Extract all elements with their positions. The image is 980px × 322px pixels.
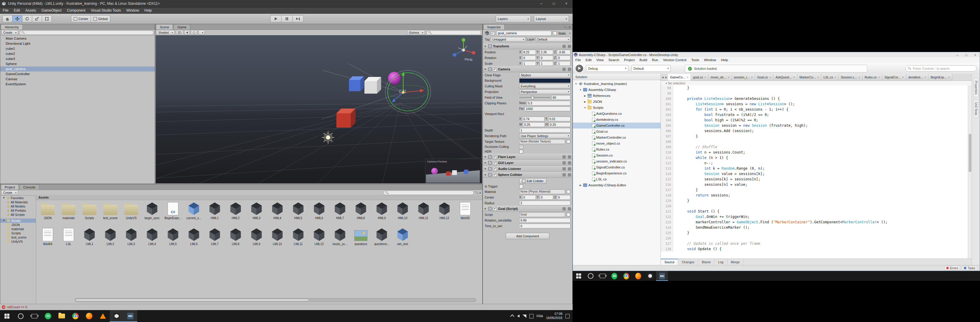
menu-project[interactable]: Project	[622, 57, 637, 63]
foldout-icon[interactable]: ▼	[484, 168, 487, 170]
taskbar-button-firefox[interactable]	[82, 310, 96, 322]
horizontal-scrollbar[interactable]	[75, 298, 476, 302]
scene-search-input[interactable]	[426, 30, 481, 35]
language-indicator[interactable]: FRA	[536, 314, 543, 318]
asset-scripts[interactable]: Scripts	[80, 201, 99, 220]
taskbar-button-task-view[interactable]	[597, 271, 608, 281]
code-line[interactable]: 127 // Update is called once per frame	[661, 241, 972, 246]
checkbox[interactable]: ✓	[493, 207, 497, 211]
code-line[interactable]: 126	[661, 236, 972, 241]
solution-item-lsl-cs[interactable]: LSL.cs	[573, 176, 660, 182]
close-tab-icon[interactable]: ×	[924, 76, 926, 79]
menu-tools[interactable]: Tools	[689, 57, 702, 63]
taskbar-button-search[interactable]	[14, 310, 27, 322]
foldout-icon[interactable]: ▼	[484, 162, 487, 164]
number-field[interactable]: 0.25	[549, 122, 571, 127]
code-line[interactable]: 116 sessions[n] = value;	[661, 182, 972, 187]
foldout-icon[interactable]: ▼	[579, 89, 582, 91]
view-tab-blame[interactable]: Blame	[698, 259, 714, 265]
red-cube[interactable]	[336, 108, 355, 128]
number-field[interactable]: 0	[519, 224, 571, 228]
step-button[interactable]	[293, 15, 304, 22]
color-swatch[interactable]	[519, 78, 571, 83]
code-line[interactable]: 109 // Shuffle	[661, 144, 972, 150]
close-tab-icon[interactable]: ×	[728, 76, 729, 79]
hierarchy-item-directional-light[interactable]: Directional Light	[0, 41, 155, 46]
volume-icon[interactable]	[517, 314, 520, 317]
scale-tool-button[interactable]	[32, 15, 42, 22]
close-tab-icon[interactable]: ×	[902, 76, 904, 79]
hierarchy-item-main-camera[interactable]: Main Camera	[0, 36, 155, 41]
panel-menu-icon[interactable]: ≡	[569, 25, 571, 29]
asset-test-scene[interactable]: test_scene	[101, 201, 119, 220]
close-tab-icon[interactable]: ×	[817, 76, 819, 79]
checkbox[interactable]: ✓	[519, 145, 523, 149]
code-line[interactable]: 118 return sessions;	[661, 193, 972, 198]
asset-music-sc[interactable]: music_sc...	[331, 227, 349, 246]
asset-hml11[interactable]: HML11	[414, 201, 433, 220]
panel-menu-icon[interactable]: ≡	[479, 191, 481, 194]
close-tab-icon[interactable]: ×	[948, 76, 950, 79]
magenta-sphere[interactable]	[388, 72, 401, 84]
close-tab-icon[interactable]: ×	[751, 76, 753, 79]
taskbar-button-spotify[interactable]	[41, 310, 55, 322]
object-field[interactable]: None (Physic Material)	[519, 189, 565, 194]
asset-hml2[interactable]: HML2	[226, 201, 245, 220]
editor-tab-rules-cs[interactable]: Rules.cs×	[862, 74, 882, 81]
asset-liblsl64[interactable]: liblsl64	[38, 227, 57, 246]
checkbox[interactable]: ✓	[493, 173, 497, 177]
menu-visual-studio-tools[interactable]: Visual Studio Tools	[88, 8, 124, 13]
asset-lml7[interactable]: LML7	[205, 227, 224, 246]
dropdown[interactable]: Perspective▾	[519, 89, 571, 94]
component-header-audio-listener[interactable]: ▼✓Audio Listener	[483, 166, 572, 172]
view-tab-changes[interactable]: Changes	[678, 259, 698, 265]
favorites-root[interactable]: ▼ Favorites	[0, 196, 36, 200]
dropdown[interactable]: Skybox▾	[519, 73, 571, 78]
code-line[interactable]: 106 sessions.Add (session);	[661, 128, 972, 133]
checkbox[interactable]	[519, 150, 523, 154]
hierarchy-item-cube2[interactable]: cube2	[0, 51, 155, 56]
code-line[interactable]: 104 bool high = (i%4)%2 == 0;	[661, 117, 972, 123]
code-line[interactable]: 105 Session session = new Session (frust…	[661, 123, 972, 128]
solution-item-goal-cs[interactable]: Goal.cs	[573, 128, 660, 135]
asset-materials[interactable]: materials	[59, 201, 78, 220]
project-search-input[interactable]	[383, 190, 474, 195]
help-icon[interactable]	[562, 161, 566, 165]
hierarchy-search-input[interactable]	[19, 30, 154, 35]
asset-hml8[interactable]: HML8	[352, 201, 370, 220]
object-picker-icon[interactable]	[566, 190, 571, 194]
menu-version-control[interactable]: Version Control	[660, 57, 689, 63]
assets-root[interactable]: ▼ Assets	[0, 219, 36, 223]
foldout-icon[interactable]: ▶	[584, 95, 586, 97]
rect-tool-button[interactable]	[42, 15, 52, 22]
minimize-button[interactable]: –	[953, 52, 962, 57]
scrollbar-thumb[interactable]	[969, 134, 971, 172]
code-line[interactable]: 119 }	[661, 198, 972, 203]
gear-icon[interactable]	[568, 173, 571, 176]
favorite-all-materials[interactable]: All Materials	[0, 200, 36, 204]
slider[interactable]	[519, 97, 550, 98]
solution-item-rules-cs[interactable]: Rules.cs	[573, 146, 660, 152]
solution-item-session-indicator-cs[interactable]: session_indicator.cs	[573, 158, 660, 164]
help-icon[interactable]	[562, 45, 566, 48]
scene-audio-toggle[interactable]	[184, 30, 190, 35]
solution-item-gamecontroller-cs[interactable]: GameController.cs	[573, 122, 660, 128]
solution-item-askquestions-cs[interactable]: AskQuestions.cs	[573, 111, 660, 117]
hierarchy-item-canvas[interactable]: Canvas	[0, 77, 155, 82]
solution-item-markercontroller-cs[interactable]: MarkerController.cs	[573, 135, 660, 140]
favorite-all-scripts[interactable]: All Scripts	[0, 213, 36, 217]
gameobject-name-field[interactable]: goal_camera	[496, 31, 551, 36]
add-component-button[interactable]: Add Component	[506, 233, 549, 239]
taskbar-button-chrome[interactable]	[620, 271, 632, 281]
chevron-up-icon[interactable]	[510, 314, 514, 319]
asset-lml2[interactable]: LML2	[101, 227, 119, 246]
edit-collider-button[interactable]: Edit Collider	[519, 178, 546, 184]
solution-item-assembly-csharp-editor[interactable]: ▶Assembly-CSharp-Editor	[573, 182, 660, 188]
foldout-icon[interactable]: ▼	[484, 68, 487, 71]
asset-liblsl32[interactable]: liblsl32	[456, 201, 474, 220]
solution-item-move-object-cs[interactable]: move_object.cs	[573, 140, 660, 146]
editor-tab-askquest[interactable]: AskQuest...×	[773, 74, 797, 81]
close-tab-icon[interactable]: ×	[687, 76, 689, 79]
menu-window[interactable]: Window	[124, 8, 142, 13]
editor-tab-lsl-cs[interactable]: LSL.cs×	[821, 74, 838, 81]
